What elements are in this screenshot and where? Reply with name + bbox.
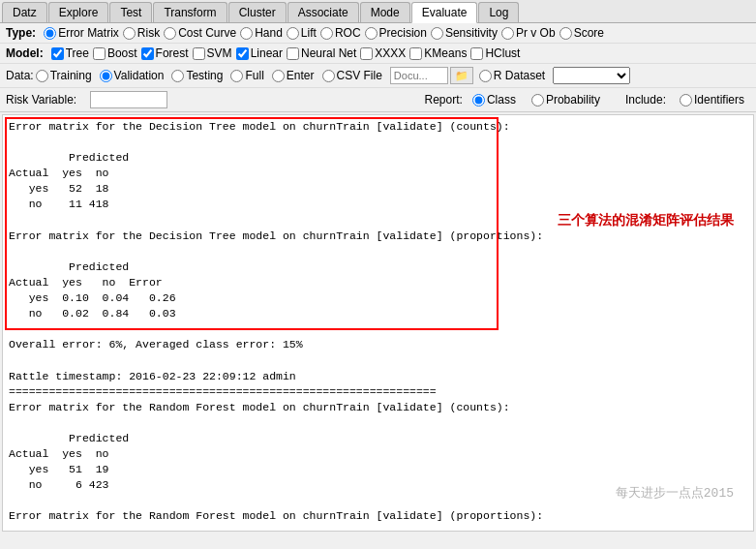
report-class[interactable]: Class — [472, 93, 516, 107]
data-full[interactable]: Full — [230, 69, 263, 82]
model-xxxx[interactable]: XXXX — [360, 46, 406, 60]
data-csv-file[interactable]: CSV File — [322, 69, 382, 82]
model-linear[interactable]: Linear — [236, 46, 283, 60]
tab-log[interactable]: Log — [478, 2, 519, 22]
data-training[interactable]: Training — [36, 69, 92, 82]
type-sensitivity[interactable]: Sensitivity — [431, 26, 498, 40]
type-risk[interactable]: Risk — [123, 26, 160, 40]
type-row: Type: Error Matrix Risk Cost Curve Hand … — [0, 23, 756, 44]
type-label: Type: — [6, 26, 36, 40]
report-label: Report: — [425, 93, 463, 107]
watermark: 每天进步一点点2015 — [616, 484, 734, 502]
tab-associate[interactable]: Associate — [287, 2, 359, 22]
model-label: Model: — [6, 46, 44, 60]
model-kmeans[interactable]: KMeans — [409, 46, 467, 60]
data-label: Data: — [6, 69, 34, 82]
model-neural-net[interactable]: Neural Net — [287, 46, 356, 60]
type-precision[interactable]: Precision — [365, 26, 427, 40]
risk-variable-label: Risk Variable: — [6, 93, 76, 107]
tab-mode[interactable]: Mode — [360, 2, 410, 22]
output-area[interactable]: Error matrix for the Decision Tree model… — [2, 114, 754, 532]
data-row: Data: Training Validation Testing Full E… — [0, 64, 756, 88]
data-validation[interactable]: Validation — [100, 69, 165, 82]
tab-evaluate[interactable]: Evaluate — [411, 2, 478, 23]
type-cost-curve[interactable]: Cost Curve — [164, 26, 236, 40]
r-dataset-select[interactable] — [553, 67, 630, 84]
type-roc[interactable]: ROC — [320, 26, 361, 40]
risk-variable-input[interactable] — [90, 91, 167, 108]
model-boost[interactable]: Boost — [93, 46, 137, 60]
model-row: Model: Tree Boost Forest SVM Linear Neur… — [0, 44, 756, 64]
tab-transform[interactable]: Transform — [153, 2, 227, 22]
tab-cluster[interactable]: Cluster — [228, 2, 287, 22]
model-hclust[interactable]: HClust — [470, 46, 520, 60]
data-r-dataset[interactable]: R Dataset — [479, 69, 545, 82]
csv-file-input[interactable] — [390, 67, 448, 84]
risk-row: Risk Variable: Report: Class Probability… — [0, 88, 756, 112]
report-probability[interactable]: Probability — [531, 93, 600, 107]
main-content: Error matrix for the Decision Tree model… — [0, 112, 756, 534]
browse-button[interactable]: 📁 — [450, 67, 473, 84]
model-tree[interactable]: Tree — [51, 46, 89, 60]
model-forest[interactable]: Forest — [141, 46, 189, 60]
include-identifiers[interactable]: Identifiers — [680, 93, 744, 107]
output-text: Error matrix for the Decision Tree model… — [9, 119, 747, 524]
model-svm[interactable]: SVM — [193, 46, 232, 60]
tab-bar: Datz Explore Test Transform Cluster Asso… — [0, 0, 756, 23]
data-enter[interactable]: Enter — [272, 69, 315, 82]
tab-test[interactable]: Test — [109, 2, 152, 22]
tab-datz[interactable]: Datz — [2, 2, 47, 22]
type-lift[interactable]: Lift — [287, 26, 317, 40]
data-testing[interactable]: Testing — [171, 69, 223, 82]
type-hand[interactable]: Hand — [240, 26, 283, 40]
include-label: Include: — [625, 93, 666, 107]
type-score[interactable]: Score — [559, 26, 604, 40]
type-pr-v-ob[interactable]: Pr v Ob — [501, 26, 556, 40]
type-error-matrix[interactable]: Error Matrix — [44, 26, 119, 40]
chinese-annotation: 三个算法的混淆矩阵评估结果 — [558, 212, 734, 229]
tab-explore[interactable]: Explore — [48, 2, 109, 22]
